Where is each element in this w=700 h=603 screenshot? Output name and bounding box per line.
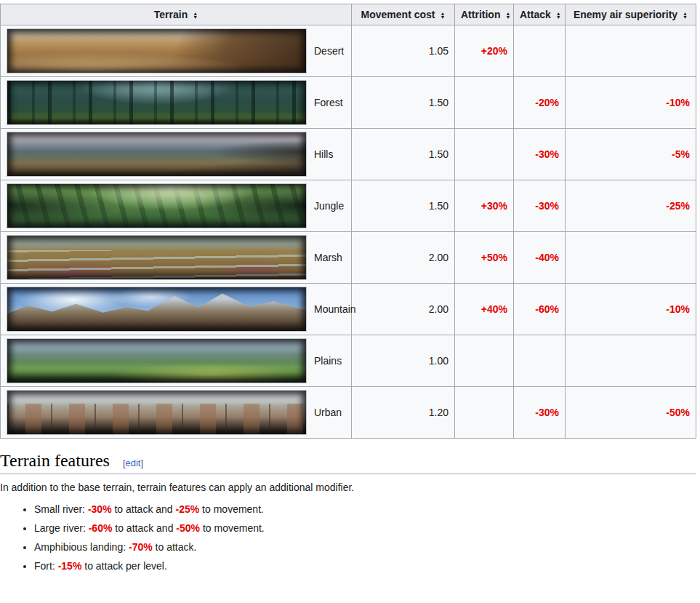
forest-terrain-image[interactable] bbox=[7, 80, 307, 125]
attack-value: -60% bbox=[514, 284, 566, 335]
attrition-value: +50% bbox=[455, 232, 514, 284]
sort-icon: ▲▼ bbox=[556, 12, 561, 20]
terrain-name: Marsh bbox=[314, 252, 342, 263]
modifier-value: -30% bbox=[88, 503, 112, 515]
column-header-terrain[interactable]: Terrain▲▼ bbox=[1, 4, 352, 25]
plains-terrain-image[interactable] bbox=[7, 338, 307, 383]
table-row: Urban 1.20 -30% -50% bbox=[1, 387, 696, 439]
attack-value: -30% bbox=[514, 180, 566, 232]
modifier-value: -15% bbox=[58, 560, 82, 572]
attrition-value: +30% bbox=[455, 180, 514, 232]
attack-value: -30% bbox=[514, 387, 566, 439]
table-row: Plains 1.00 bbox=[1, 335, 696, 387]
movement-cost-value: 1.50 bbox=[352, 180, 455, 232]
terrain-name: Mountain bbox=[314, 303, 356, 315]
enemy-air-superiority-value: -10% bbox=[566, 77, 696, 129]
list-item: Small river: -30% to attack and -25% to … bbox=[34, 503, 696, 515]
modifier-value: -25% bbox=[176, 503, 200, 515]
sort-icon: ▲▼ bbox=[193, 12, 198, 20]
section-intro: In addition to the base terrain, terrain… bbox=[0, 482, 696, 493]
enemy-air-superiority-value bbox=[566, 335, 696, 387]
sort-icon: ▲▼ bbox=[505, 12, 510, 20]
terrain-features-list: Small river: -30% to attack and -25% to … bbox=[0, 503, 696, 572]
movement-cost-value: 2.00 bbox=[352, 232, 455, 284]
enemy-air-superiority-value: -5% bbox=[566, 129, 696, 180]
modifier-value: -70% bbox=[129, 541, 153, 553]
modifier-value: -50% bbox=[176, 522, 200, 534]
edit-bracket: ] bbox=[140, 458, 143, 468]
movement-cost-value: 2.00 bbox=[352, 284, 455, 335]
edit-link[interactable]: edit bbox=[126, 458, 141, 468]
movement-cost-value: 1.50 bbox=[352, 129, 455, 180]
column-header-label: Terrain bbox=[154, 9, 188, 20]
terrain-name: Hills bbox=[314, 148, 333, 160]
attack-value bbox=[514, 25, 566, 77]
attrition-value bbox=[455, 335, 514, 387]
table-row: Desert 1.05 +20% bbox=[1, 25, 696, 77]
enemy-air-superiority-value bbox=[566, 232, 696, 284]
terrain-name: Jungle bbox=[314, 200, 344, 212]
terrain-table: Terrain▲▼ Movement cost▲▼ Attrition▲▼ At… bbox=[0, 4, 696, 439]
column-header-label: Enemy air superiority bbox=[574, 9, 677, 20]
terrain-name: Desert bbox=[314, 45, 344, 57]
table-row: Jungle 1.50 +30% -30% -25% bbox=[1, 180, 696, 232]
column-header-attack[interactable]: Attack▲▼ bbox=[514, 4, 566, 25]
enemy-air-superiority-value: -25% bbox=[566, 180, 696, 232]
table-row: Marsh 2.00 +50% -40% bbox=[1, 232, 696, 284]
edit-section: [edit] bbox=[123, 458, 143, 468]
sort-icon: ▲▼ bbox=[440, 12, 445, 20]
attrition-value bbox=[455, 387, 514, 439]
mountain-terrain-image[interactable] bbox=[7, 287, 307, 332]
column-header-movement-cost[interactable]: Movement cost▲▼ bbox=[352, 4, 455, 25]
enemy-air-superiority-value bbox=[566, 25, 696, 77]
column-header-label: Attrition bbox=[461, 9, 500, 20]
list-item: Amphibious landing: -70% to attack. bbox=[34, 541, 696, 553]
section-heading: Terrain features [edit] bbox=[0, 451, 696, 474]
column-header-label: Movement cost bbox=[361, 9, 435, 20]
list-item: Large river: -60% to attack and -50% to … bbox=[34, 522, 696, 534]
terrain-name: Forest bbox=[314, 97, 343, 108]
urban-terrain-image[interactable] bbox=[7, 390, 307, 435]
terrain-name: Urban bbox=[314, 407, 342, 418]
movement-cost-value: 1.05 bbox=[352, 25, 455, 77]
movement-cost-value: 1.50 bbox=[352, 77, 455, 129]
terrain-name: Plains bbox=[314, 355, 342, 367]
movement-cost-value: 1.00 bbox=[352, 335, 455, 387]
attack-value: -30% bbox=[514, 129, 566, 180]
attack-value: -40% bbox=[514, 232, 566, 284]
column-header-label: Attack bbox=[520, 9, 551, 20]
attrition-value: +40% bbox=[455, 284, 514, 335]
table-row: Forest 1.50 -20% -10% bbox=[1, 77, 696, 129]
enemy-air-superiority-value: -10% bbox=[566, 284, 696, 335]
jungle-terrain-image[interactable] bbox=[7, 183, 307, 228]
attack-value: -20% bbox=[514, 77, 566, 129]
desert-terrain-image[interactable] bbox=[7, 28, 307, 73]
table-row: Hills 1.50 -30% -5% bbox=[1, 129, 696, 180]
column-header-enemy-air-superiority[interactable]: Enemy air superiority▲▼ bbox=[566, 4, 696, 25]
section-title: Terrain features bbox=[0, 451, 110, 470]
marsh-terrain-image[interactable] bbox=[7, 235, 307, 280]
movement-cost-value: 1.20 bbox=[352, 387, 455, 439]
column-header-attrition[interactable]: Attrition▲▼ bbox=[455, 4, 514, 25]
enemy-air-superiority-value: -50% bbox=[566, 387, 696, 439]
attrition-value bbox=[455, 129, 514, 180]
hills-terrain-image[interactable] bbox=[7, 132, 307, 177]
attrition-value: +20% bbox=[455, 25, 514, 77]
table-row: Mountain 2.00 +40% -60% -10% bbox=[1, 284, 696, 335]
table-header-row: Terrain▲▼ Movement cost▲▼ Attrition▲▼ At… bbox=[1, 4, 696, 25]
list-item: Fort: -15% to attack per level. bbox=[34, 560, 696, 572]
sort-icon: ▲▼ bbox=[683, 12, 688, 20]
modifier-value: -60% bbox=[89, 522, 113, 534]
attack-value bbox=[514, 335, 566, 387]
attrition-value bbox=[455, 77, 514, 129]
